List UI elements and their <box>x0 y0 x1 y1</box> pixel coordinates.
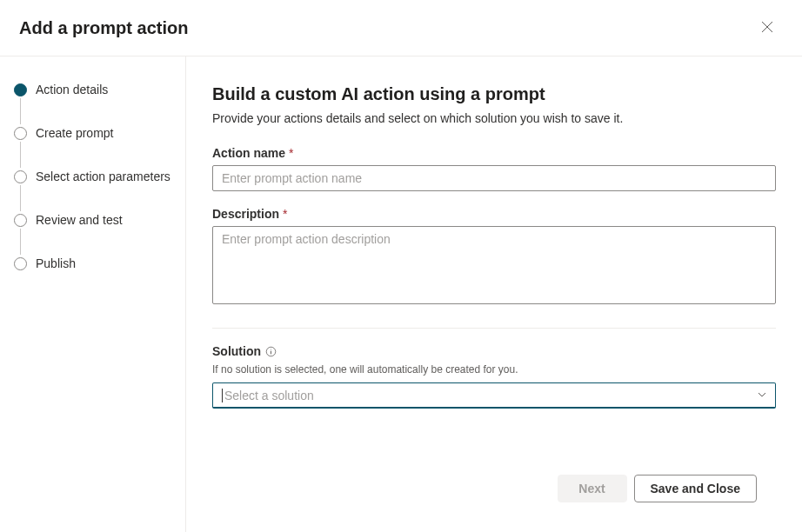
modal-title: Add a prompt action <box>19 18 188 38</box>
action-name-label: Action name * <box>212 146 776 160</box>
required-mark: * <box>289 146 293 160</box>
label-text: Action name <box>212 146 285 160</box>
label-text: Description <box>212 207 279 221</box>
wizard-footer: Next Save and Close <box>212 462 776 515</box>
step-label: Action details <box>36 83 108 96</box>
section-divider <box>212 328 776 329</box>
required-mark: * <box>283 207 287 221</box>
solution-placeholder: Select a solution <box>224 389 314 402</box>
step-marker-icon <box>14 170 27 183</box>
text-cursor <box>222 389 223 402</box>
next-button[interactable]: Next <box>558 475 627 502</box>
main-content: Build a custom AI action using a prompt … <box>186 57 802 532</box>
modal-header: Add a prompt action <box>0 0 802 57</box>
field-description: Description * <box>212 207 776 307</box>
page-subtitle: Provide your actions details and select … <box>212 111 776 125</box>
step-label: Select action parameters <box>36 170 170 183</box>
info-icon[interactable] <box>264 345 277 357</box>
page-title: Build a custom AI action using a prompt <box>212 84 776 104</box>
step-label: Create prompt <box>36 126 113 140</box>
wizard-steps: Action details Create prompt Select acti… <box>14 83 173 270</box>
close-button[interactable] <box>753 14 781 42</box>
label-text: Solution <box>212 344 261 358</box>
save-close-button[interactable]: Save and Close <box>634 475 758 502</box>
solution-select[interactable]: Select a solution <box>212 382 776 409</box>
description-input[interactable] <box>212 226 776 304</box>
step-marker-icon <box>14 127 27 140</box>
solution-select-display[interactable]: Select a solution <box>212 382 776 409</box>
close-icon <box>761 21 773 36</box>
field-solution: Solution If no solution is selected, one… <box>212 344 776 409</box>
step-label: Publish <box>36 256 76 270</box>
step-create-prompt[interactable]: Create prompt <box>14 126 173 170</box>
step-label: Review and test <box>36 213 123 227</box>
step-marker-icon <box>14 83 27 96</box>
step-marker-icon <box>14 257 27 270</box>
step-review-test[interactable]: Review and test <box>14 213 173 256</box>
field-action-name: Action name * <box>212 146 776 191</box>
solution-label: Solution <box>212 344 776 358</box>
step-marker-icon <box>14 214 27 227</box>
description-label: Description * <box>212 207 776 221</box>
step-select-parameters[interactable]: Select action parameters <box>14 170 173 213</box>
step-publish[interactable]: Publish <box>14 256 173 270</box>
solution-help-text: If no solution is selected, one will aut… <box>212 363 776 376</box>
step-action-details[interactable]: Action details <box>14 83 173 126</box>
action-name-input[interactable] <box>212 165 776 191</box>
svg-point-4 <box>271 349 271 349</box>
wizard-sidebar: Action details Create prompt Select acti… <box>0 57 186 532</box>
